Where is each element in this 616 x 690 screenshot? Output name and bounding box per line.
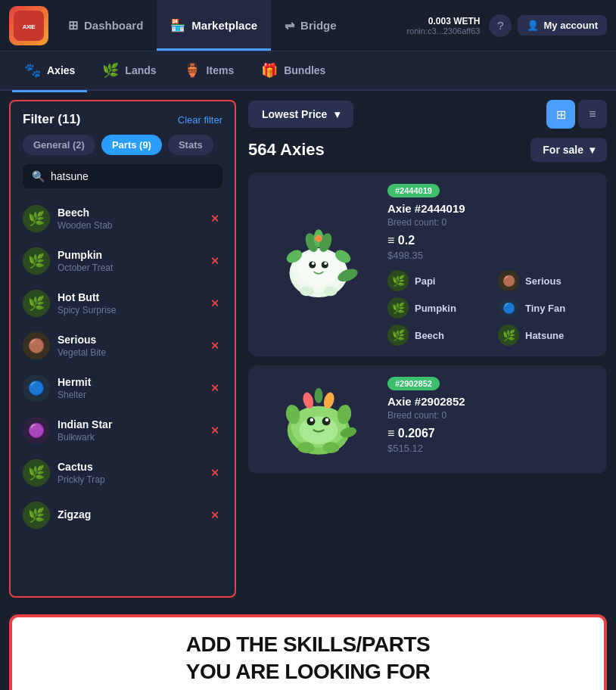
- nav-dashboard[interactable]: ⊞ Dashboard: [54, 0, 157, 51]
- filter-tabs: General (2) Parts (9) Stats: [11, 135, 235, 164]
- account-button[interactable]: 👤 My account: [518, 15, 607, 36]
- axies-icon: 🐾: [24, 62, 41, 79]
- list-item: 🌿 Pumpkin October Treat ✕: [17, 240, 229, 282]
- lands-icon: 🌿: [102, 62, 119, 79]
- axie-info-2: #2902852 Axie #2902852 Breed count: 0 ≡ …: [387, 376, 593, 463]
- account-icon: 👤: [527, 20, 539, 31]
- serious-info: Serious Vegetal Bite: [58, 334, 200, 358]
- account-label: My account: [543, 20, 598, 31]
- list-item: 🔵 Hermit Shelter ✕: [17, 367, 229, 409]
- pumpkin-icon: 🌿: [23, 247, 50, 275]
- list-item: 🌿 Zigzag ✕: [17, 494, 229, 536]
- table-row[interactable]: #2902852 Axie #2902852 Breed count: 0 ≡ …: [248, 365, 607, 474]
- list-view-button[interactable]: ≡: [578, 100, 607, 129]
- subnav-lands-label: Lands: [125, 64, 156, 76]
- zigzag-info: Zigzag: [58, 508, 200, 522]
- axie-image-area-2: [262, 376, 375, 463]
- svg-point-17: [323, 286, 337, 296]
- axie-part: 🟤 Serious: [498, 270, 593, 291]
- subnav-bundles[interactable]: 🎁 Bundles: [249, 56, 338, 85]
- beech-info: Beech Wooden Stab: [58, 207, 200, 231]
- subnav-items-label: Items: [207, 64, 235, 76]
- beech-remove-button[interactable]: ✕: [207, 210, 222, 228]
- zigzag-name: Zigzag: [58, 508, 200, 521]
- dashboard-icon: ⊞: [68, 18, 78, 33]
- axie-price-usd-2: $515.12: [387, 443, 593, 454]
- subnav-bundles-label: Bundles: [284, 64, 325, 76]
- svg-point-4: [298, 250, 340, 286]
- search-input[interactable]: [51, 170, 213, 182]
- nav-bridge[interactable]: ⇌ Bridge: [271, 0, 350, 51]
- svg-point-16: [300, 286, 313, 296]
- list-item: 🟣 Indian Star Bulkwark ✕: [17, 409, 229, 452]
- axie-id-badge-1: #2444019: [387, 184, 440, 197]
- subnav-axies[interactable]: 🐾 Axies: [12, 56, 87, 85]
- nav-dashboard-label: Dashboard: [84, 19, 143, 32]
- svg-text:AXIE: AXIE: [23, 23, 36, 30]
- serious-remove-button[interactable]: ✕: [207, 337, 222, 355]
- pumpkin-sub: October Treat: [58, 263, 200, 273]
- hermit-info: Hermit Shelter: [58, 376, 200, 400]
- hermit-remove-button[interactable]: ✕: [207, 379, 222, 397]
- papi-part-name: Papi: [415, 275, 435, 287]
- indianstar-info: Indian Star Bulkwark: [58, 418, 200, 443]
- cactus-info: Cactus Prickly Trap: [58, 461, 200, 485]
- zigzag-remove-button[interactable]: ✕: [207, 506, 222, 524]
- axie-part: 🌿 Papi: [387, 270, 483, 291]
- svg-point-31: [323, 442, 340, 453]
- axies-count: 564 Axies: [248, 140, 325, 160]
- list-item: 🌿 Cactus Prickly Trap ✕: [17, 452, 229, 494]
- serious-part-name: Serious: [525, 275, 562, 287]
- filter-tab-general[interactable]: General (2): [23, 135, 95, 155]
- subnav-items[interactable]: 🏺 Items: [172, 56, 247, 85]
- subnav-lands[interactable]: 🌿 Lands: [90, 56, 168, 85]
- hotbutt-sub: Spicy Surprise: [58, 305, 200, 315]
- axies-count-bar: 564 Axies For sale ▾: [248, 138, 607, 162]
- hotbutt-icon: 🌿: [23, 290, 50, 317]
- axie-part: 🌿 Beech: [387, 325, 483, 346]
- tinyfan-part-name: Tiny Fan: [525, 303, 565, 314]
- beech-name: Beech: [58, 207, 200, 219]
- hotbutt-name: Hot Butt: [58, 291, 200, 303]
- nav-marketplace[interactable]: 🏪 Marketplace: [157, 0, 271, 51]
- indianstar-sub: Bulkwark: [58, 432, 200, 443]
- clear-filter-button[interactable]: Clear filter: [178, 114, 222, 126]
- axie-part: 🔵 Tiny Fan: [498, 297, 593, 319]
- axie-breed-2: Breed count: 0: [387, 410, 593, 421]
- filter-tab-stats[interactable]: Stats: [168, 135, 213, 155]
- pumpkin-remove-button[interactable]: ✕: [207, 252, 222, 270]
- beech-part-name: Beech: [415, 330, 444, 341]
- filter-tab-parts[interactable]: Parts (9): [101, 135, 162, 155]
- grid-view-button[interactable]: ⊞: [546, 100, 575, 129]
- cactus-remove-button[interactable]: ✕: [207, 464, 222, 482]
- logo-icon: AXIE: [9, 6, 48, 45]
- sort-dropdown-button[interactable]: Lowest Price ▾: [248, 101, 353, 128]
- table-row[interactable]: #2444019 Axie #2444019 Breed count: 0 ≡ …: [248, 172, 607, 356]
- sale-filter-dropdown[interactable]: For sale ▾: [530, 138, 607, 162]
- axie-name-2: Axie #2902852: [387, 395, 593, 408]
- sub-nav: 🐾 Axies 🌿 Lands 🏺 Items 🎁 Bundles: [0, 51, 616, 91]
- axie-part: 🌿 Pumpkin: [387, 297, 483, 319]
- cactus-sub: Prickly Trap: [58, 474, 200, 485]
- indianstar-icon: 🟣: [23, 417, 50, 444]
- annotation-box: ADD THE SKILLS/PARTS YOU ARE LOOKING FOR: [9, 614, 607, 690]
- list-item: 🌿 Beech Wooden Stab ✕: [17, 197, 229, 240]
- bundles-icon: 🎁: [261, 62, 278, 79]
- help-button[interactable]: ?: [489, 14, 512, 37]
- pumpkin-info: Pumpkin October Treat: [58, 249, 200, 273]
- sort-label: Lowest Price: [262, 108, 327, 120]
- serious-sub: Vegetal Bite: [58, 347, 200, 358]
- sort-chevron-icon: ▾: [334, 108, 340, 120]
- indianstar-remove-button[interactable]: ✕: [207, 421, 222, 440]
- search-icon: 🔍: [32, 170, 45, 182]
- list-item: 🟤 Serious Vegetal Bite ✕: [17, 325, 229, 367]
- axie-cards-list: #2444019 Axie #2444019 Breed count: 0 ≡ …: [248, 172, 607, 474]
- nav-marketplace-label: Marketplace: [191, 19, 257, 32]
- hotbutt-info: Hot Butt Spicy Surprise: [58, 291, 200, 315]
- svg-point-30: [298, 442, 315, 453]
- axie-price-eth-2: ≡ 0.2067: [387, 427, 593, 440]
- pumpkin-name: Pumpkin: [58, 249, 200, 261]
- hotbutt-remove-button[interactable]: ✕: [207, 294, 222, 312]
- svg-point-23: [310, 418, 314, 421]
- tinyfan-part-icon: 🔵: [498, 297, 519, 319]
